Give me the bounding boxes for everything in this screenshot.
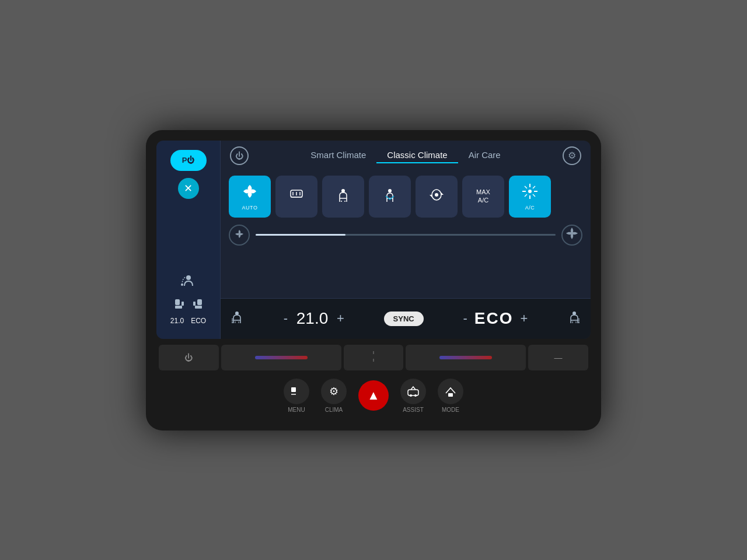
svg-point-1 — [181, 284, 183, 286]
max-ac-button[interactable]: MAXA/C — [462, 176, 504, 218]
temp-right-slider — [439, 356, 492, 359]
close-icon: ✕ — [184, 182, 193, 195]
tabs: Smart Climate Classic Climate Air Care — [253, 148, 558, 163]
seat-right-icon — [191, 298, 204, 313]
fan-min-icon — [234, 229, 245, 242]
svg-point-44 — [578, 320, 580, 321]
mode-label: MODE — [442, 407, 459, 413]
settings-button[interactable]: ⚙ — [563, 146, 581, 165]
phys-power-icon: ⏻ — [184, 353, 193, 362]
svg-rect-48 — [291, 387, 296, 392]
fan-min-button[interactable] — [229, 225, 250, 246]
menu-label: MENU — [288, 407, 305, 413]
svg-rect-53 — [448, 393, 453, 397]
svg-point-14 — [341, 189, 345, 192]
svg-line-26 — [525, 186, 527, 188]
tab-air-care[interactable]: Air Care — [458, 148, 511, 163]
max-ac-icon: MAXA/C — [476, 188, 490, 204]
seat-heat-button[interactable] — [322, 176, 364, 218]
hazard-icon: ▲ — [367, 388, 380, 403]
seat-temps-row: 21.0 ECO — [170, 317, 206, 325]
fan-slider-track[interactable] — [256, 234, 556, 236]
phys-power-button[interactable]: ⏻ — [159, 345, 219, 370]
recirculate-icon — [428, 187, 445, 206]
svg-point-39 — [573, 312, 576, 315]
recirc-icon[interactable] — [180, 273, 197, 294]
power-button[interactable]: ⏻ — [230, 146, 249, 165]
svg-point-16 — [388, 189, 392, 192]
seat-heat-right-button[interactable] — [567, 310, 581, 327]
climate-screen: P⏻ ✕ — [156, 141, 591, 339]
bottom-buttons-row: MENU ⚙ CLIMA ▲ ASSIST — [156, 379, 591, 413]
seat-row — [173, 298, 204, 313]
fan-speed-row — [221, 222, 591, 248]
svg-marker-19 — [430, 195, 432, 197]
fan-auto-icon — [241, 183, 259, 204]
svg-point-43 — [578, 322, 580, 323]
left-temp-plus-button[interactable]: + — [334, 311, 347, 326]
left-panel: P⏻ ✕ — [156, 141, 221, 339]
phys-fan-button[interactable] — [344, 345, 404, 370]
rear-defrost-icon — [288, 187, 305, 206]
menu-icon — [284, 379, 309, 404]
clima-icon: ⚙ — [321, 379, 347, 404]
close-button[interactable]: ✕ — [178, 178, 199, 199]
auto-label: AUTO — [242, 205, 258, 211]
svg-line-27 — [533, 194, 535, 197]
svg-point-52 — [414, 394, 417, 397]
vent-down-button[interactable] — [369, 176, 411, 218]
physical-buttons-row: ⏻ — — [156, 345, 591, 370]
hazard-button[interactable]: ▲ — [358, 380, 389, 411]
left-temp-minus-button[interactable]: - — [281, 311, 290, 326]
left-temp-control: - 21.0 + — [281, 309, 347, 328]
mode-icon — [438, 379, 463, 404]
fan-max-button[interactable] — [561, 225, 582, 246]
phys-temp-left-button[interactable] — [221, 345, 341, 370]
right-mode-display: ECO — [191, 317, 206, 325]
svg-point-38 — [232, 318, 233, 320]
eco-value: ECO — [474, 309, 514, 328]
assist-button[interactable]: ASSIST — [400, 379, 426, 413]
svg-line-28 — [533, 186, 535, 188]
eco-minus-button[interactable]: - — [460, 311, 469, 326]
recirculate-button[interactable] — [416, 176, 458, 218]
ac-icon — [521, 183, 539, 204]
assist-label: ASSIST — [403, 407, 424, 413]
svg-point-21 — [528, 190, 532, 193]
temp-bar: - 21.0 + SYNC - ECO + — [221, 298, 591, 339]
svg-rect-3 — [175, 306, 182, 309]
vent-down-icon — [382, 187, 398, 206]
clima-label: CLIMA — [325, 407, 343, 413]
svg-rect-2 — [175, 299, 180, 305]
assist-icon — [400, 379, 426, 404]
right-eco-control: - ECO + — [460, 309, 530, 328]
auto-button[interactable]: AUTO — [229, 176, 271, 218]
top-bar: ⏻ Smart Climate Classic Climate Air Care… — [221, 141, 591, 171]
phys-fan-icon — [368, 351, 379, 364]
sync-button[interactable]: SYNC — [384, 312, 424, 326]
svg-point-51 — [410, 394, 412, 397]
svg-point-20 — [435, 193, 438, 197]
clima-button[interactable]: ⚙ CLIMA — [321, 379, 347, 413]
seat-heat-left-button[interactable] — [230, 310, 244, 327]
left-temp-value: 21.0 — [295, 309, 330, 328]
car-console: P⏻ ✕ — [146, 130, 601, 430]
power-icon: ⏻ — [235, 151, 243, 160]
phys-temp-right-button[interactable] — [406, 345, 526, 370]
tab-classic-climate[interactable]: Classic Climate — [376, 148, 458, 163]
svg-point-37 — [232, 320, 233, 321]
rear-defrost-button[interactable] — [275, 176, 317, 218]
ac-button[interactable]: A/C — [509, 176, 551, 218]
svg-point-36 — [232, 322, 233, 323]
mode-button[interactable]: MODE — [438, 379, 463, 413]
eco-plus-button[interactable]: + — [518, 311, 530, 326]
svg-line-29 — [525, 194, 527, 197]
main-panel: ⏻ Smart Climate Classic Climate Air Care… — [221, 141, 591, 339]
svg-point-32 — [235, 312, 239, 315]
function-buttons-row: AUTO — [221, 171, 591, 222]
menu-button[interactable]: MENU — [284, 379, 309, 413]
phys-extra-button[interactable]: — — [528, 345, 588, 370]
tab-smart-climate[interactable]: Smart Climate — [300, 148, 376, 163]
temp-left-slider — [255, 356, 308, 359]
pwr-button[interactable]: P⏻ — [170, 150, 207, 171]
